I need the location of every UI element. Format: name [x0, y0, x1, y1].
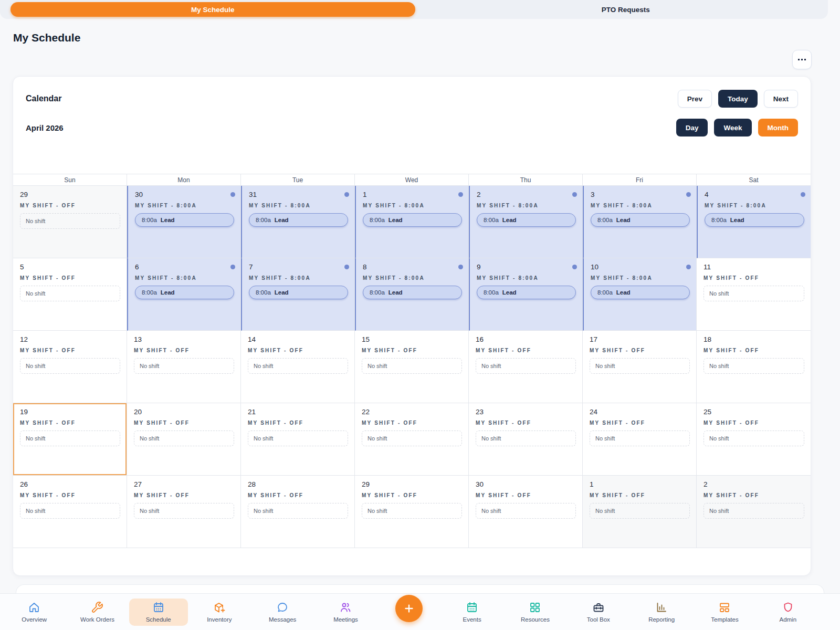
calendar-day-cell-12[interactable]: 12 MY SHIFT - OFF No shift — [13, 331, 127, 403]
calendar-day-cell-23[interactable]: 23 MY SHIFT - OFF No shift — [469, 403, 583, 476]
calendar-day-cell-14[interactable]: 14 MY SHIFT - OFF No shift — [241, 331, 355, 403]
event-dot — [458, 192, 463, 197]
calendar-day-cell-25[interactable]: 25 MY SHIFT - OFF No shift — [697, 403, 811, 476]
shift-event-pill[interactable]: 8:00a Lead — [135, 286, 234, 299]
calendar-day-cell-11[interactable]: 11 MY SHIFT - OFF No shift — [697, 258, 811, 331]
shift-event-pill[interactable]: 8:00a Lead — [249, 213, 348, 227]
nav-item-events[interactable]: Events — [440, 597, 503, 627]
nav-item-meetings[interactable]: Meetings — [314, 597, 377, 627]
calendar-day-cell-22[interactable]: 22 MY SHIFT - OFF No shift — [355, 403, 469, 476]
calendar-day-cell-1[interactable]: 1 MY SHIFT - 8:00A 8:00a Lead — [355, 186, 469, 258]
nav-item-admin[interactable]: Admin — [757, 597, 820, 627]
calendar-day-cell-21[interactable]: 21 MY SHIFT - OFF No shift — [241, 403, 355, 476]
calendar-day-cell-29-adj[interactable]: 29 MY SHIFT - OFF No shift — [13, 186, 127, 258]
shift-status-label: MY SHIFT - 8:00A — [477, 203, 576, 208]
ellipsis-menu-button[interactable] — [792, 50, 812, 69]
calendar-day-cell-10[interactable]: 10 MY SHIFT - 8:00A 8:00a Lead — [583, 258, 697, 331]
nav-item-reporting[interactable]: Reporting — [630, 597, 693, 627]
nav-label-admin: Admin — [779, 616, 796, 623]
nav-item-work-orders[interactable]: Work Orders — [66, 597, 129, 627]
shift-event-pill[interactable]: 8:00a Lead — [363, 213, 462, 227]
nav-item-schedule[interactable]: Schedule — [129, 598, 188, 626]
calendar-day-cell-18[interactable]: 18 MY SHIFT - OFF No shift — [697, 331, 811, 403]
calendar-day-cell-24[interactable]: 24 MY SHIFT - OFF No shift — [583, 403, 697, 476]
nav-item-resources[interactable]: Resources — [503, 597, 566, 627]
month-view-button[interactable]: Month — [758, 119, 798, 136]
shift-event-pill[interactable]: 8:00a Lead — [249, 286, 348, 299]
nav-item-inventory[interactable]: Inventory — [188, 597, 251, 627]
shift-event-pill[interactable]: 8:00a Lead — [477, 286, 576, 299]
bar-chart-icon — [655, 601, 668, 614]
shift-status-label: MY SHIFT - OFF — [704, 275, 804, 281]
people-icon — [339, 601, 352, 614]
prev-button[interactable]: Prev — [678, 90, 712, 108]
calendar-day-cell-17[interactable]: 17 MY SHIFT - OFF No shift — [583, 331, 697, 403]
shift-event-pill[interactable]: 8:00a Lead — [591, 286, 690, 299]
calendar-day-cell-13[interactable]: 13 MY SHIFT - OFF No shift — [127, 331, 241, 403]
day-number: 25 — [704, 408, 711, 416]
calendar-day-cell-6[interactable]: 6 MY SHIFT - 8:00A 8:00a Lead — [127, 258, 241, 331]
calendar-day-cell-16[interactable]: 16 MY SHIFT - OFF No shift — [469, 331, 583, 403]
shift-event-pill[interactable]: 8:00a Lead — [135, 213, 234, 227]
event-time: 8:00a — [142, 217, 157, 223]
week-view-button[interactable]: Week — [714, 119, 751, 136]
nav-item-tool-box[interactable]: Tool Box — [567, 597, 630, 627]
calendar-day-cell-2[interactable]: 2 MY SHIFT - 8:00A 8:00a Lead — [469, 186, 583, 258]
shift-event-pill[interactable]: 8:00a Lead — [363, 286, 462, 299]
calendar-day-cell-20[interactable]: 20 MY SHIFT - OFF No shift — [127, 403, 241, 476]
calendar-day-cell-27[interactable]: 27 MY SHIFT - OFF No shift — [127, 476, 241, 548]
day-view-button[interactable]: Day — [676, 119, 708, 136]
no-shift-text: No shift — [140, 508, 159, 514]
calendar-grid: 29 MY SHIFT - OFF No shift 30 MY SHIFT -… — [13, 186, 811, 548]
calendar-day-cell-26[interactable]: 26 MY SHIFT - OFF No shift — [13, 476, 127, 548]
add-button[interactable] — [377, 597, 440, 627]
next-button[interactable]: Next — [764, 90, 798, 108]
shift-status-label: MY SHIFT - OFF — [590, 348, 690, 353]
nav-item-templates[interactable]: Templates — [693, 597, 756, 627]
tab-pto-requests[interactable]: PTO Requests — [424, 0, 828, 19]
calendar-day-cell-19[interactable]: 19 MY SHIFT - OFF No shift — [13, 403, 127, 476]
no-shift-text: No shift — [254, 363, 273, 369]
calendar-day-cell-28[interactable]: 28 MY SHIFT - OFF No shift — [241, 476, 355, 548]
calendar-day-cell-7[interactable]: 7 MY SHIFT - 8:00A 8:00a Lead — [241, 258, 355, 331]
shift-event-pill[interactable]: 8:00a Lead — [591, 213, 690, 227]
nav-item-overview[interactable]: Overview — [3, 597, 66, 627]
calendar-view-buttons: Day Week Month — [676, 119, 798, 136]
no-shift-text: No shift — [140, 435, 159, 442]
calendar-day-cell-3[interactable]: 3 MY SHIFT - 8:00A 8:00a Lead — [583, 186, 697, 258]
today-button[interactable]: Today — [718, 90, 758, 108]
nav-item-messages[interactable]: Messages — [251, 597, 314, 627]
shift-event-pill[interactable]: 8:00a Lead — [477, 213, 576, 227]
calendar-day-cell-4[interactable]: 4 MY SHIFT - 8:00A 8:00a Lead — [697, 186, 811, 258]
tab-my-schedule[interactable]: My Schedule — [10, 2, 415, 17]
day-number: 30 — [476, 480, 484, 488]
calendar-day-cell-1-adj[interactable]: 1 MY SHIFT - OFF No shift — [583, 476, 697, 548]
no-shift-box: No shift — [476, 358, 576, 374]
no-shift-text: No shift — [254, 508, 273, 514]
day-number: 12 — [20, 335, 28, 343]
shift-status-label: MY SHIFT - OFF — [134, 348, 234, 353]
shift-status-label: MY SHIFT - OFF — [134, 492, 234, 498]
no-shift-box: No shift — [704, 430, 804, 446]
day-number: 21 — [248, 408, 256, 416]
event-dot — [230, 265, 235, 269]
shift-status-label: MY SHIFT - OFF — [590, 492, 690, 498]
event-title: Lead — [275, 289, 289, 296]
calendar-day-cell-9[interactable]: 9 MY SHIFT - 8:00A 8:00a Lead — [469, 258, 583, 331]
nav-label-tool-box: Tool Box — [587, 616, 610, 623]
no-shift-text: No shift — [709, 508, 729, 514]
calendar-day-cell-29[interactable]: 29 MY SHIFT - OFF No shift — [355, 476, 469, 548]
weekday-header-sat: Sat — [697, 174, 811, 185]
calendar-day-cell-31-adj[interactable]: 31 MY SHIFT - 8:00A 8:00a Lead — [241, 186, 355, 258]
day-number: 16 — [476, 335, 484, 343]
event-title: Lead — [388, 217, 403, 223]
no-shift-box: No shift — [704, 358, 804, 374]
plus-icon — [395, 595, 423, 622]
calendar-day-cell-30-adj[interactable]: 30 MY SHIFT - 8:00A 8:00a Lead — [127, 186, 241, 258]
calendar-day-cell-5[interactable]: 5 MY SHIFT - OFF No shift — [13, 258, 127, 331]
calendar-day-cell-8[interactable]: 8 MY SHIFT - 8:00A 8:00a Lead — [355, 258, 469, 331]
calendar-day-cell-2-adj[interactable]: 2 MY SHIFT - OFF No shift — [697, 476, 811, 548]
calendar-day-cell-15[interactable]: 15 MY SHIFT - OFF No shift — [355, 331, 469, 403]
calendar-day-cell-30[interactable]: 30 MY SHIFT - OFF No shift — [469, 476, 583, 548]
shift-event-pill[interactable]: 8:00a Lead — [705, 213, 804, 227]
